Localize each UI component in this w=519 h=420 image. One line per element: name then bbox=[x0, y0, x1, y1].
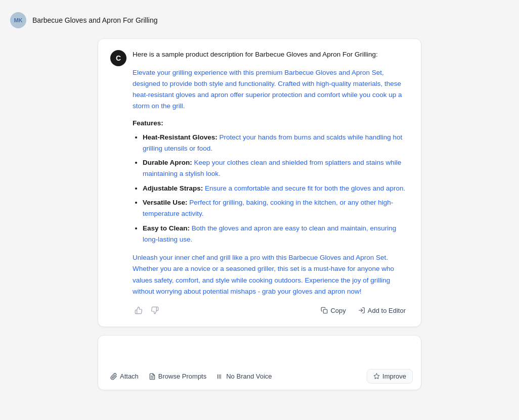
feature-title: Versatile Use: bbox=[143, 199, 188, 206]
attach-label: Attach bbox=[120, 372, 139, 380]
add-to-editor-button[interactable]: Add to Editor bbox=[355, 305, 409, 316]
add-to-editor-label: Add to Editor bbox=[368, 307, 406, 314]
response-card: C Here is a sample product description f… bbox=[98, 38, 421, 327]
copy-label: Copy bbox=[330, 307, 345, 314]
improve-icon bbox=[373, 373, 380, 380]
user-avatar: MK bbox=[10, 12, 26, 28]
improve-button[interactable]: Improve bbox=[367, 369, 413, 384]
browse-prompts-button[interactable]: Browse Prompts bbox=[145, 370, 210, 383]
brand-voice-button[interactable]: No Brand Voice bbox=[212, 370, 276, 383]
feedback-buttons bbox=[133, 304, 161, 316]
response-closing: Unleash your inner chef and grill like a… bbox=[133, 252, 409, 297]
feature-desc: Ensure a comfortable and secure fit for … bbox=[203, 184, 405, 192]
features-heading: Features: bbox=[133, 119, 409, 127]
main-content: C Here is a sample product description f… bbox=[0, 38, 519, 390]
brand-voice-icon bbox=[217, 373, 224, 380]
browse-prompts-icon bbox=[149, 373, 156, 380]
list-item: Adjustable Straps: Ensure a comfortable … bbox=[143, 183, 409, 194]
feature-title: Durable Apron: bbox=[143, 159, 192, 166]
browse-prompts-label: Browse Prompts bbox=[158, 372, 206, 380]
response-header: C Here is a sample product description f… bbox=[110, 49, 409, 316]
feature-title: Heat-Resistant Gloves: bbox=[143, 133, 218, 141]
attach-icon bbox=[110, 373, 117, 380]
brand-voice-label: No Brand Voice bbox=[226, 372, 272, 380]
ai-avatar-letter: C bbox=[116, 54, 121, 62]
list-item: Heat-Resistant Gloves: Protect your hand… bbox=[143, 132, 409, 155]
feature-title: Easy to Clean: bbox=[143, 224, 190, 232]
user-initials: MK bbox=[14, 17, 22, 23]
ai-avatar: C bbox=[110, 50, 126, 66]
thumbs-up-button[interactable] bbox=[133, 304, 145, 316]
attach-button[interactable]: Attach bbox=[106, 370, 143, 383]
response-body: Here is a sample product description for… bbox=[133, 49, 409, 316]
toolbar-left: Attach Browse Prompts bbox=[106, 370, 276, 383]
header-bar: MK Barbecue Gloves and Apron For Grillin… bbox=[0, 8, 519, 32]
page-title: Barbecue Gloves and Apron For Grilling bbox=[32, 16, 157, 24]
svg-marker-7 bbox=[374, 374, 379, 379]
input-card: Attach Browse Prompts bbox=[98, 335, 421, 390]
thumbs-down-button[interactable] bbox=[149, 304, 161, 316]
chat-input[interactable] bbox=[106, 342, 413, 363]
thumbs-up-icon bbox=[135, 306, 143, 314]
list-item: Versatile Use: Perfect for grilling, bak… bbox=[143, 197, 409, 220]
response-intro-text: Here is a sample product description for… bbox=[133, 51, 378, 58]
action-buttons: Copy Add to Editor bbox=[318, 305, 409, 316]
list-item: Easy to Clean: Both the gloves and apron… bbox=[143, 223, 409, 246]
thumbs-down-icon bbox=[151, 306, 159, 314]
features-list: Heat-Resistant Gloves: Protect your hand… bbox=[143, 132, 409, 245]
add-to-editor-icon bbox=[358, 307, 365, 314]
svg-rect-0 bbox=[324, 309, 328, 313]
feature-title: Adjustable Straps: bbox=[143, 184, 203, 192]
response-intro: Here is a sample product description for… bbox=[133, 49, 409, 60]
input-toolbar: Attach Browse Prompts bbox=[106, 369, 413, 384]
response-actions: Copy Add to Editor bbox=[133, 304, 409, 316]
response-paragraph-text: Elevate your grilling experience with th… bbox=[133, 69, 402, 110]
improve-label: Improve bbox=[382, 372, 406, 380]
list-item: Durable Apron: Keep your clothes clean a… bbox=[143, 157, 409, 180]
copy-icon bbox=[321, 307, 328, 314]
copy-button[interactable]: Copy bbox=[318, 305, 349, 316]
response-paragraph: Elevate your grilling experience with th… bbox=[133, 67, 409, 112]
